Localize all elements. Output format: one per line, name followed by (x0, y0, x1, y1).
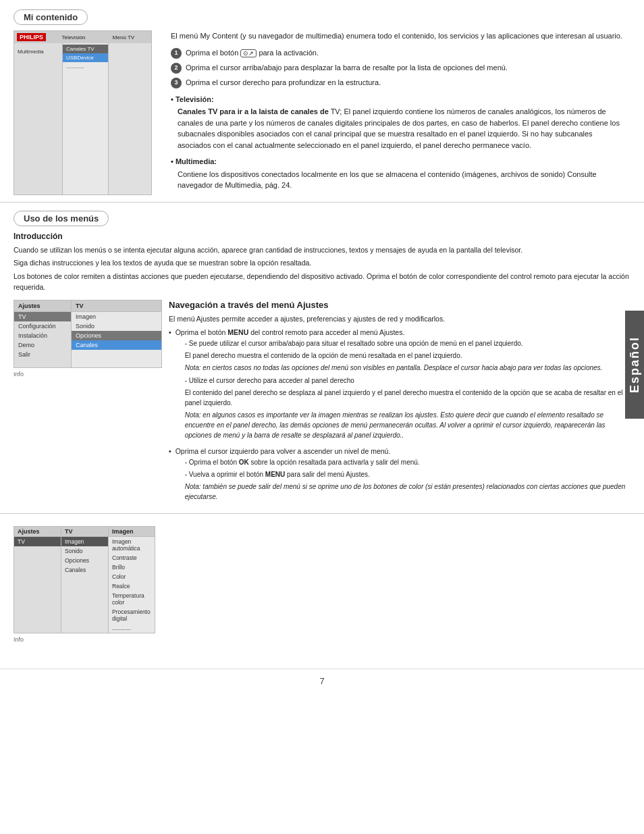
intro-para-3: Los botones de color remiten a distintas… (14, 271, 630, 293)
mi-contenido-intro: El menú My Content (y su navegador de mu… (171, 30, 624, 42)
menu-col1: Ajustes TV Configuración Instalación Dem… (14, 301, 72, 367)
nav-bullet-2-dot: • (169, 446, 171, 504)
tv-left-item-2: Multimedia (14, 47, 62, 56)
nav-bullet-2-main: Oprima el cursor izquierdo para volver a… (176, 447, 391, 455)
tv-col-right (109, 43, 151, 194)
television-title: • Televisión: (171, 94, 624, 105)
nav-intro: El menú Ajustes permite acceder a ajuste… (169, 314, 630, 325)
tv-mockup: PHILIPS Televisión Menú TV Multimedia Ca (14, 30, 152, 195)
menu2-col1: Ajustes (14, 527, 61, 537)
tv-right-item-6 (109, 58, 151, 61)
menu2-col2-sonido: Sonido (61, 546, 108, 556)
multimedia-section: • Multimedia: Contiene los dispositivos … (171, 156, 624, 191)
menu2-col3-header: Imagen (109, 527, 155, 537)
menu2-col2-e4 (61, 583, 108, 590)
step-1-text: Oprima el botón ⊙↗ para la activación. (186, 47, 319, 59)
nav-sub-1-2: El panel derecho muestra el contenido de… (185, 350, 630, 361)
tv-mid-item-2: USBDevice (63, 53, 108, 62)
menu2-col3-brillo: Brillo (109, 563, 155, 572)
tv-col-left: Multimedia (14, 43, 63, 194)
menu2-col2-items: Imagen Sonido Opciones Canales (61, 537, 109, 633)
page-number: 7 (0, 669, 644, 693)
menu-col1-e3 (14, 365, 71, 367)
step-3: 3 Oprima el cursor derecho para profundi… (171, 77, 624, 88)
nav-italic-3: Nota: también se puede salir del menú si… (185, 481, 630, 502)
menu-mockup-2: Ajustes TV Imagen TV (14, 526, 155, 633)
tv-col-mid: Canales TV USBDevice ............ (63, 43, 109, 194)
info-label-1: Info (14, 371, 162, 377)
section-header-mi-contenido: Mi contenido (14, 9, 88, 25)
menu2-col3-dots: ............ (109, 623, 155, 633)
menu-col2-imagen: Imagen (72, 312, 161, 321)
multimedia-title: • Multimedia: (171, 156, 624, 167)
side-tab: Español (625, 311, 644, 419)
tv-mid-item-1: Canales TV (63, 45, 108, 53)
page-container: Español Mi contenido PHILIPS Televisión … (0, 0, 644, 834)
menu2-data-rows: TV Imagen Sonido Opciones (14, 537, 155, 633)
tv-left-item-6 (14, 64, 62, 67)
nav-sub-1-3: - Utilize el cursor derecho para acceder… (185, 375, 630, 386)
nav-italic-2: Nota: en algunos casos es importante ver… (185, 410, 630, 440)
menu-col1-tv: TV (14, 312, 71, 321)
menu-col1-salir: Salir (14, 350, 71, 359)
menu-col2-sonido: Sonido (72, 321, 161, 331)
step-2-text: Oprima el cursor arriba/abajo para despl… (186, 62, 508, 74)
menu2-col2: TV (61, 527, 109, 537)
step-2: 2 Oprima el cursor arriba/abajo para des… (171, 62, 624, 74)
section-header-uso: Uso de los menús (14, 211, 109, 226)
bottom-left: Ajustes TV Imagen TV (14, 526, 162, 648)
menu-col1-demo: Demo (14, 340, 71, 350)
tv-cols: Multimedia Canales TV USBDevice ........… (14, 43, 151, 194)
nav-sub-2-2: - Vuelva a oprimir el botón MENU para sa… (185, 469, 630, 479)
nav-bullet-2-content: Oprima el cursor izquierdo para volver a… (176, 446, 630, 504)
tv-top-bar: PHILIPS Televisión Menú TV (14, 31, 151, 43)
multimedia-text: Contiene los dispositivos conectados loc… (178, 169, 624, 191)
introduccion-title: Introducción (14, 232, 630, 241)
menu2-col1-e3 (14, 563, 61, 569)
mi-contenido-inner: PHILIPS Televisión Menú TV Multimedia Ca (14, 30, 630, 195)
step-1: 1 Oprima el botón ⊙↗ para la activación. (171, 47, 624, 59)
step-3-num: 3 (171, 78, 182, 88)
step-2-num: 2 (171, 63, 182, 74)
menu2-col3-color: Color (109, 572, 155, 581)
menu2-col3-items: Imagen automática Contraste Brillo Color… (109, 537, 155, 633)
nav-bullet-1-content: Oprima el botón MENU del control remoto … (176, 328, 630, 443)
intro-para-1: Cuando se utilizan los menús o se intent… (14, 245, 630, 256)
menu-col2: TV Imagen Sonido Opciones Canales (72, 301, 161, 367)
section-bottom: Ajustes TV Imagen TV (0, 514, 644, 662)
bottom-content: Ajustes TV Imagen TV (14, 526, 630, 648)
mi-contenido-text: El menú My Content (y su navegador de mu… (164, 30, 630, 195)
menu-col2-header: TV (72, 301, 161, 312)
nav-bullet-1: • Oprima el botón MENU del control remot… (169, 328, 630, 443)
tv-mid-item-6 (63, 76, 108, 79)
intro-para-2: Siga dichas instrucciones y lea los text… (14, 258, 630, 269)
philips-logo: PHILIPS (17, 33, 46, 41)
menu-col1-install: Instalación (14, 331, 71, 340)
nav-title: Navegación a través del menú Ajustes (169, 300, 630, 310)
menu2-col3: Imagen (109, 527, 155, 537)
section-mi-contenido: Mi contenido PHILIPS Televisión Menú TV … (0, 0, 644, 203)
menu2-col2-canales: Canales (61, 565, 108, 575)
menu-col2-opciones: Opciones (72, 331, 161, 340)
menu2-col1-header: Ajustes (14, 527, 61, 537)
menu2-col3-contraste: Contraste (109, 553, 155, 563)
menu2-col3-realce: Realce (109, 581, 155, 591)
nav-italic-1: Nota: en ciertos casos no todas las opci… (185, 363, 630, 373)
nav-bullet-1-main: Oprima el botón MENU del control remoto … (176, 328, 405, 336)
nav-sub-1-1: - Se puede utilizar el cursor arriba/aba… (185, 338, 630, 348)
step-3-text: Oprima el cursor derecho para profundiza… (186, 77, 381, 88)
section-uso-menus: Uso de los menús Introducción Cuando se … (0, 203, 644, 514)
step-1-num: 1 (171, 48, 182, 59)
menu-col1-config: Configuración (14, 321, 71, 331)
menu2-col1-items: TV (14, 537, 61, 633)
nav-sub-1-4: El contenido del panel derecho se despla… (185, 388, 630, 408)
tv-mid-item-3: ............ (63, 62, 108, 71)
menu2-col3-temp: Temperatura color (109, 591, 155, 607)
menu2-col3-proc: Procesamiento digital (109, 607, 155, 623)
uso-content: Ajustes TV Configuración Instalación Dem… (14, 300, 630, 508)
info-label-2: Info (14, 636, 162, 643)
nav-bullet-1-dot: • (169, 328, 171, 443)
tv-col2-label: Menú TV (99, 34, 149, 41)
menu-col2-canales: Canales (72, 340, 161, 350)
uso-right: Navegación a través del menú Ajustes El … (169, 300, 630, 508)
